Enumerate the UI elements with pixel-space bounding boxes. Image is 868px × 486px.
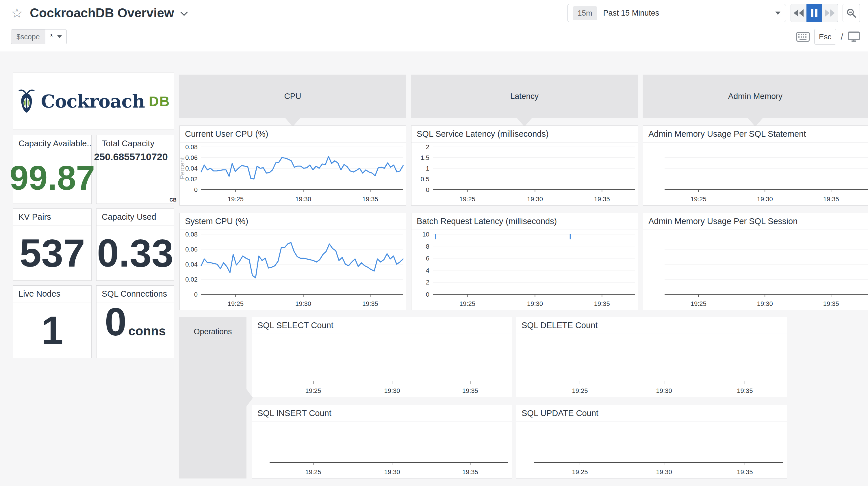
svg-text:0: 0	[426, 186, 429, 193]
keyboard-icon[interactable]	[796, 32, 810, 41]
svg-text:19:30: 19:30	[656, 387, 672, 394]
svg-text:0.02: 0.02	[185, 175, 198, 183]
pause-icon	[811, 9, 817, 17]
group-title: Latency	[510, 92, 538, 101]
star-icon[interactable]: ☆	[11, 6, 23, 20]
esc-key-button[interactable]: Esc	[814, 29, 836, 45]
svg-text:19:35: 19:35	[362, 300, 378, 307]
stat-card-sql-connections: SQL Connections 0 conns	[96, 285, 174, 358]
skip-back-button[interactable]	[791, 4, 806, 22]
svg-text:2: 2	[426, 143, 429, 151]
svg-text:19:25: 19:25	[305, 387, 321, 394]
chevron-down-icon[interactable]	[180, 11, 188, 17]
chart-title: Admin Memory Usage Per SQL Session	[643, 213, 868, 230]
svg-text:0.5: 0.5	[421, 175, 429, 183]
tv-screen-icon[interactable]	[848, 31, 860, 42]
chart-plot-sql-insert-count[interactable]: 19:2519:3019:35	[252, 422, 512, 478]
chart-plot-sql-service-latency[interactable]: 21.510.5019:2519:3019:35	[411, 142, 638, 205]
logo-db-suffix: DB	[149, 93, 170, 109]
stat-label: Total Capacity	[96, 135, 174, 152]
svg-text:19:25: 19:25	[459, 300, 475, 307]
time-range-picker[interactable]: 15m Past 15 Minutes	[567, 4, 786, 22]
chart-title: SQL SELECT Count	[252, 317, 512, 334]
svg-text:0: 0	[426, 291, 429, 298]
skip-forward-button[interactable]	[822, 4, 838, 22]
time-range-label: Past 15 Minutes	[603, 9, 659, 18]
chart-plot-sql-update-count[interactable]: 19:2519:3019:35	[516, 422, 787, 478]
svg-text:19:25: 19:25	[572, 468, 588, 476]
stat-value: 0.33	[97, 233, 174, 273]
chart-card-system-cpu: System CPU (%) 0.080.060.040.02019:2519:…	[180, 213, 406, 310]
svg-text:19:25: 19:25	[228, 195, 244, 203]
svg-text:4: 4	[426, 267, 429, 274]
chart-card-sql-insert-count: SQL INSERT Count 19:2519:3019:35	[252, 405, 512, 479]
group-title: Operations	[179, 327, 246, 336]
svg-text:19:35: 19:35	[594, 195, 610, 203]
chart-card-sql-select-count: SQL SELECT Count 19:2519:3019:35	[252, 317, 512, 397]
group-header-latency[interactable]: Latency	[411, 75, 638, 118]
svg-text:0.06: 0.06	[185, 246, 198, 253]
time-range-badge: 15m	[573, 6, 597, 20]
svg-text:19:35: 19:35	[737, 387, 753, 394]
svg-text:19:30: 19:30	[527, 300, 543, 307]
chart-plot-admin-memory-session[interactable]: 19:2519:3019:35	[643, 230, 868, 310]
chart-plot-admin-memory-statement[interactable]: 19:2519:3019:35	[643, 142, 868, 205]
stat-label: Live Nodes	[13, 286, 91, 303]
svg-text:6: 6	[426, 255, 429, 262]
chart-card-current-user-cpu: Current User CPU (%) 0.080.060.040.02019…	[180, 125, 406, 205]
scope-value: *	[50, 32, 53, 41]
cockroachdb-logo: Cockroach DB	[17, 89, 170, 114]
chart-plot-current-user-cpu[interactable]: 0.080.060.040.02019:2519:3019:35Percent	[180, 142, 406, 205]
stat-value: 99.87	[9, 161, 95, 195]
svg-text:19:30: 19:30	[757, 300, 773, 307]
svg-text:19:25: 19:25	[572, 387, 588, 394]
svg-text:1.5: 1.5	[421, 154, 429, 161]
svg-text:19:35: 19:35	[462, 387, 478, 394]
logo-wordmark: Cockroach	[41, 91, 145, 112]
stat-value: 0	[104, 302, 127, 341]
zoom-out-button[interactable]	[843, 4, 860, 22]
chart-plot-sql-delete-count[interactable]: 19:2519:3019:35	[516, 334, 787, 397]
svg-text:19:30: 19:30	[757, 195, 773, 203]
svg-text:19:35: 19:35	[737, 468, 753, 476]
stat-card-capacity-available: Capacity Available... 99.87	[13, 135, 92, 204]
chart-plot-sql-select-count[interactable]: 19:2519:3019:35	[252, 334, 512, 397]
group-header-cpu[interactable]: CPU	[179, 75, 406, 118]
pause-button[interactable]	[806, 4, 822, 22]
svg-text:19:35: 19:35	[594, 300, 610, 307]
chart-plot-system-cpu[interactable]: 0.080.060.040.02019:2519:3019:35	[180, 230, 406, 310]
svg-text:19:35: 19:35	[823, 300, 839, 307]
filter-bar: $scope * Esc /	[11, 28, 860, 46]
scope-value-dropdown[interactable]: *	[45, 29, 66, 44]
shortcut-bar: Esc /	[796, 29, 860, 45]
stat-value: 250.6855710720	[94, 152, 167, 162]
svg-text:2: 2	[426, 279, 429, 286]
chart-title: Batch Request Latency (milliseconds)	[411, 213, 638, 230]
stat-card-total-capacity: Total Capacity 250.6855710720 GB	[96, 135, 174, 204]
top-bar: ☆ CockroachDB Overview 15m Past 15 Minut…	[11, 0, 860, 26]
svg-text:0.08: 0.08	[185, 231, 198, 238]
page-title[interactable]: CockroachDB Overview	[30, 6, 174, 20]
skip-back-icon	[794, 9, 804, 17]
cockroach-bug-icon	[17, 89, 36, 114]
chart-title: Admin Memory Usage Per SQL Statement	[643, 126, 868, 143]
stat-unit: GB	[169, 198, 177, 202]
svg-text:19:30: 19:30	[295, 300, 311, 307]
stat-label: Capacity Used	[96, 209, 174, 226]
svg-text:0.06: 0.06	[185, 154, 198, 161]
group-header-admin-memory[interactable]: Admin Memory	[643, 75, 868, 118]
svg-text:Percent: Percent	[180, 157, 186, 179]
skip-forward-icon	[825, 9, 835, 17]
time-controls: 15m Past 15 Minutes	[567, 4, 860, 22]
playback-button-group	[790, 4, 838, 22]
svg-text:19:25: 19:25	[459, 195, 475, 203]
svg-text:19:30: 19:30	[656, 468, 672, 476]
shortcut-separator: /	[841, 32, 843, 41]
chart-plot-batch-request-latency[interactable]: 108642019:2519:3019:35	[411, 230, 638, 310]
stat-card-capacity-used: Capacity Used 0.33	[96, 208, 174, 281]
chart-card-sql-update-count: SQL UPDATE Count 19:2519:3019:35	[516, 405, 787, 479]
svg-text:0.08: 0.08	[185, 143, 198, 151]
chart-title: Current User CPU (%)	[180, 126, 406, 143]
svg-text:19:30: 19:30	[527, 195, 543, 203]
group-header-operations[interactable]: Operations	[179, 317, 246, 479]
